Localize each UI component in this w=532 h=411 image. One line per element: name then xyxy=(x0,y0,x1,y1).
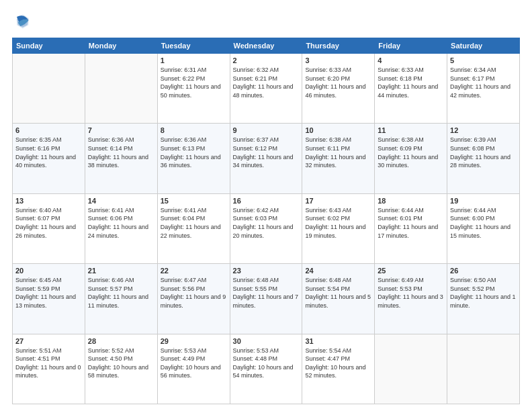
logo xyxy=(12,12,34,31)
col-sunday: Sunday xyxy=(13,38,85,54)
table-row: 11Sunrise: 6:38 AM Sunset: 6:09 PM Dayli… xyxy=(375,124,447,193)
table-row: 13Sunrise: 6:40 AM Sunset: 6:07 PM Dayli… xyxy=(13,193,85,263)
day-number: 15 xyxy=(161,197,227,205)
calendar-table: Sunday Monday Tuesday Wednesday Thursday… xyxy=(12,38,520,404)
col-thursday: Thursday xyxy=(302,38,375,54)
table-row: 25Sunrise: 6:49 AM Sunset: 5:53 PM Dayli… xyxy=(375,264,447,334)
day-number: 29 xyxy=(161,337,227,345)
table-row: 3Sunrise: 6:33 AM Sunset: 6:20 PM Daylig… xyxy=(302,54,375,124)
day-info: Sunrise: 6:45 AM Sunset: 5:59 PM Dayligh… xyxy=(15,276,82,310)
day-info: Sunrise: 5:53 AM Sunset: 4:49 PM Dayligh… xyxy=(161,347,227,380)
calendar-week-row: 13Sunrise: 6:40 AM Sunset: 6:07 PM Dayli… xyxy=(13,193,520,263)
day-info: Sunrise: 6:33 AM Sunset: 6:18 PM Dayligh… xyxy=(378,66,444,99)
day-number: 31 xyxy=(305,337,371,345)
table-row xyxy=(447,334,520,404)
day-info: Sunrise: 6:34 AM Sunset: 6:17 PM Dayligh… xyxy=(450,66,517,99)
table-row: 23Sunrise: 6:48 AM Sunset: 5:55 PM Dayli… xyxy=(230,264,302,334)
day-info: Sunrise: 6:48 AM Sunset: 5:55 PM Dayligh… xyxy=(233,276,300,310)
day-info: Sunrise: 6:46 AM Sunset: 5:57 PM Dayligh… xyxy=(88,276,154,310)
day-info: Sunrise: 6:47 AM Sunset: 5:56 PM Dayligh… xyxy=(161,276,227,310)
calendar-week-row: 20Sunrise: 6:45 AM Sunset: 5:59 PM Dayli… xyxy=(13,264,520,334)
day-info: Sunrise: 6:42 AM Sunset: 6:03 PM Dayligh… xyxy=(233,206,300,240)
table-row: 1Sunrise: 6:31 AM Sunset: 6:22 PM Daylig… xyxy=(157,54,230,124)
day-number: 8 xyxy=(161,126,227,134)
day-info: Sunrise: 6:32 AM Sunset: 6:21 PM Dayligh… xyxy=(233,66,300,99)
day-number: 28 xyxy=(88,337,154,345)
day-number: 25 xyxy=(378,267,444,275)
day-number: 23 xyxy=(233,267,300,275)
table-row: 12Sunrise: 6:39 AM Sunset: 6:08 PM Dayli… xyxy=(447,124,520,193)
day-info: Sunrise: 6:48 AM Sunset: 5:54 PM Dayligh… xyxy=(305,276,371,310)
day-number: 20 xyxy=(15,267,82,275)
table-row: 17Sunrise: 6:43 AM Sunset: 6:02 PM Dayli… xyxy=(302,193,375,263)
table-row: 18Sunrise: 6:44 AM Sunset: 6:01 PM Dayli… xyxy=(375,193,447,263)
table-row xyxy=(375,334,447,404)
table-row: 29Sunrise: 5:53 AM Sunset: 4:49 PM Dayli… xyxy=(157,334,230,404)
day-info: Sunrise: 5:51 AM Sunset: 4:51 PM Dayligh… xyxy=(15,347,82,380)
day-number: 1 xyxy=(161,56,227,64)
day-number: 18 xyxy=(378,197,444,205)
day-number: 16 xyxy=(233,197,300,205)
table-row: 9Sunrise: 6:37 AM Sunset: 6:12 PM Daylig… xyxy=(230,124,302,193)
day-info: Sunrise: 6:37 AM Sunset: 6:12 PM Dayligh… xyxy=(233,136,300,169)
day-info: Sunrise: 6:38 AM Sunset: 6:09 PM Dayligh… xyxy=(378,136,444,169)
day-number: 30 xyxy=(233,337,300,345)
day-info: Sunrise: 6:36 AM Sunset: 6:14 PM Dayligh… xyxy=(88,136,154,169)
table-row: 4Sunrise: 6:33 AM Sunset: 6:18 PM Daylig… xyxy=(375,54,447,124)
table-row: 15Sunrise: 6:41 AM Sunset: 6:04 PM Dayli… xyxy=(157,193,230,263)
col-saturday: Saturday xyxy=(447,38,520,54)
day-info: Sunrise: 6:35 AM Sunset: 6:16 PM Dayligh… xyxy=(15,136,82,169)
day-info: Sunrise: 6:40 AM Sunset: 6:07 PM Dayligh… xyxy=(15,206,82,240)
day-number: 3 xyxy=(305,56,371,64)
day-number: 5 xyxy=(450,56,517,64)
table-row: 19Sunrise: 6:44 AM Sunset: 6:00 PM Dayli… xyxy=(447,193,520,263)
calendar-week-row: 6Sunrise: 6:35 AM Sunset: 6:16 PM Daylig… xyxy=(13,124,520,193)
col-wednesday: Wednesday xyxy=(230,38,302,54)
day-info: Sunrise: 6:44 AM Sunset: 6:01 PM Dayligh… xyxy=(378,206,444,240)
day-number: 14 xyxy=(88,197,154,205)
day-number: 27 xyxy=(15,337,82,345)
calendar-week-row: 27Sunrise: 5:51 AM Sunset: 4:51 PM Dayli… xyxy=(13,334,520,404)
day-info: Sunrise: 5:54 AM Sunset: 4:47 PM Dayligh… xyxy=(305,347,371,380)
col-friday: Friday xyxy=(375,38,447,54)
table-row: 31Sunrise: 5:54 AM Sunset: 4:47 PM Dayli… xyxy=(302,334,375,404)
table-row: 10Sunrise: 6:38 AM Sunset: 6:11 PM Dayli… xyxy=(302,124,375,193)
day-info: Sunrise: 6:39 AM Sunset: 6:08 PM Dayligh… xyxy=(450,136,517,169)
day-info: Sunrise: 6:38 AM Sunset: 6:11 PM Dayligh… xyxy=(305,136,371,169)
day-number: 12 xyxy=(450,126,517,134)
table-row: 6Sunrise: 6:35 AM Sunset: 6:16 PM Daylig… xyxy=(13,124,85,193)
day-number: 21 xyxy=(88,267,154,275)
day-number: 26 xyxy=(450,267,517,275)
header xyxy=(12,12,520,31)
day-info: Sunrise: 6:31 AM Sunset: 6:22 PM Dayligh… xyxy=(161,66,227,99)
table-row: 30Sunrise: 5:53 AM Sunset: 4:48 PM Dayli… xyxy=(230,334,302,404)
table-row: 7Sunrise: 6:36 AM Sunset: 6:14 PM Daylig… xyxy=(85,124,157,193)
table-row: 22Sunrise: 6:47 AM Sunset: 5:56 PM Dayli… xyxy=(157,264,230,334)
day-number: 9 xyxy=(233,126,300,134)
logo-icon xyxy=(12,12,31,31)
day-info: Sunrise: 6:43 AM Sunset: 6:02 PM Dayligh… xyxy=(305,206,371,240)
day-info: Sunrise: 6:50 AM Sunset: 5:52 PM Dayligh… xyxy=(450,276,517,310)
day-number: 10 xyxy=(305,126,371,134)
day-info: Sunrise: 6:36 AM Sunset: 6:13 PM Dayligh… xyxy=(161,136,227,169)
day-number: 22 xyxy=(161,267,227,275)
table-row xyxy=(85,54,157,124)
table-row: 20Sunrise: 6:45 AM Sunset: 5:59 PM Dayli… xyxy=(13,264,85,334)
table-row: 27Sunrise: 5:51 AM Sunset: 4:51 PM Dayli… xyxy=(13,334,85,404)
day-info: Sunrise: 5:53 AM Sunset: 4:48 PM Dayligh… xyxy=(233,347,300,380)
day-number: 11 xyxy=(378,126,444,134)
day-number: 2 xyxy=(233,56,300,64)
day-number: 6 xyxy=(15,126,82,134)
day-info: Sunrise: 5:52 AM Sunset: 4:50 PM Dayligh… xyxy=(88,347,154,380)
day-number: 13 xyxy=(15,197,82,205)
day-number: 17 xyxy=(305,197,371,205)
table-row: 16Sunrise: 6:42 AM Sunset: 6:03 PM Dayli… xyxy=(230,193,302,263)
day-info: Sunrise: 6:49 AM Sunset: 5:53 PM Dayligh… xyxy=(378,276,444,310)
table-row: 5Sunrise: 6:34 AM Sunset: 6:17 PM Daylig… xyxy=(447,54,520,124)
day-number: 7 xyxy=(88,126,154,134)
day-info: Sunrise: 6:33 AM Sunset: 6:20 PM Dayligh… xyxy=(305,66,371,99)
page: Sunday Monday Tuesday Wednesday Thursday… xyxy=(0,0,532,411)
table-row: 21Sunrise: 6:46 AM Sunset: 5:57 PM Dayli… xyxy=(85,264,157,334)
table-row: 2Sunrise: 6:32 AM Sunset: 6:21 PM Daylig… xyxy=(230,54,302,124)
table-row: 24Sunrise: 6:48 AM Sunset: 5:54 PM Dayli… xyxy=(302,264,375,334)
